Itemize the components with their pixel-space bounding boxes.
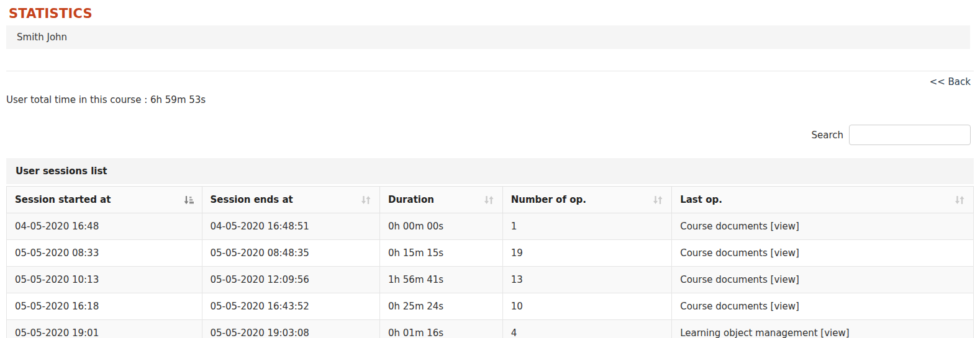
- table-header-row: Session started at: [7, 187, 974, 213]
- column-header-duration[interactable]: Duration: [379, 187, 502, 213]
- cell-session-started: 05-05-2020 19:01: [7, 320, 202, 338]
- column-header-last-op[interactable]: Last op.: [672, 187, 974, 213]
- cell-duration: 0h 00m 00s: [379, 213, 502, 240]
- cell-last-op: Course documents [view]: [672, 293, 974, 320]
- table-caption: User sessions list: [6, 158, 974, 186]
- column-header-session-started[interactable]: Session started at: [7, 187, 202, 213]
- cell-last-op: Course documents [view]: [672, 240, 974, 267]
- back-row: << Back: [6, 76, 974, 87]
- cell-duration: 1h 56m 41s: [379, 267, 502, 293]
- search-row: Search: [6, 125, 974, 145]
- sort-both-icon: [484, 195, 494, 205]
- user-name: Smith John: [17, 32, 67, 43]
- column-label: Number of op.: [511, 194, 586, 205]
- cell-session-ends: 05-05-2020 12:09:56: [202, 267, 379, 293]
- cell-duration: 0h 15m 15s: [379, 240, 502, 267]
- session-row: 05-05-2020 08:33 05-05-2020 08:48:35 0h …: [7, 240, 974, 267]
- cell-session-started: 04-05-2020 16:48: [7, 213, 202, 240]
- cell-session-started: 05-05-2020 08:33: [7, 240, 202, 267]
- cell-last-op: Course documents [view]: [672, 267, 974, 293]
- sort-both-icon: [955, 195, 965, 205]
- cell-number-of-op: 19: [502, 240, 671, 267]
- cell-last-op: Course documents [view]: [672, 213, 974, 240]
- session-row: 05-05-2020 10:13 05-05-2020 12:09:56 1h …: [7, 267, 974, 293]
- column-label: Last op.: [680, 194, 722, 205]
- statistics-page: STATISTICS Smith John << Back User total…: [0, 6, 980, 338]
- cell-duration: 0h 25m 24s: [379, 293, 502, 320]
- cell-number-of-op: 13: [502, 267, 671, 293]
- column-header-number-of-op[interactable]: Number of op.: [502, 187, 671, 213]
- sort-ascending-icon: [183, 195, 194, 205]
- cell-number-of-op: 1: [502, 213, 671, 240]
- cell-session-ends: 05-05-2020 08:48:35: [202, 240, 379, 267]
- cell-session-started: 05-05-2020 10:13: [7, 267, 202, 293]
- cell-session-started: 05-05-2020 16:18: [7, 293, 202, 320]
- sort-both-icon: [361, 195, 371, 205]
- search-label: Search: [811, 130, 843, 141]
- total-time-text: User total time in this course : 6h 59m …: [6, 94, 974, 105]
- sort-both-icon: [653, 195, 663, 205]
- column-header-session-ends[interactable]: Session ends at: [202, 187, 379, 213]
- sessions-table-wrap: User sessions list Session started at: [6, 158, 974, 338]
- cell-session-ends: 05-05-2020 19:03:08: [202, 320, 379, 338]
- column-label: Duration: [388, 194, 434, 205]
- column-label: Session ends at: [211, 194, 293, 205]
- session-row: 05-05-2020 19:01 05-05-2020 19:03:08 0h …: [7, 320, 974, 338]
- search-input[interactable]: [849, 125, 971, 145]
- user-name-bar: Smith John: [6, 25, 970, 49]
- cell-number-of-op: 10: [502, 293, 671, 320]
- cell-duration: 0h 01m 16s: [379, 320, 502, 338]
- cell-last-op: Learning object management [view]: [672, 320, 974, 338]
- column-label: Session started at: [15, 194, 111, 205]
- cell-session-ends: 05-05-2020 16:43:52: [202, 293, 379, 320]
- cell-number-of-op: 4: [502, 320, 671, 338]
- sessions-tbody: 04-05-2020 16:48 04-05-2020 16:48:51 0h …: [7, 213, 974, 338]
- page-title: STATISTICS: [9, 6, 974, 21]
- divider: [6, 71, 974, 71]
- back-link[interactable]: << Back: [930, 76, 971, 87]
- session-row: 04-05-2020 16:48 04-05-2020 16:48:51 0h …: [7, 213, 974, 240]
- session-row: 05-05-2020 16:18 05-05-2020 16:43:52 0h …: [7, 293, 974, 320]
- cell-session-ends: 04-05-2020 16:48:51: [202, 213, 379, 240]
- sessions-table: Session started at: [6, 186, 974, 338]
